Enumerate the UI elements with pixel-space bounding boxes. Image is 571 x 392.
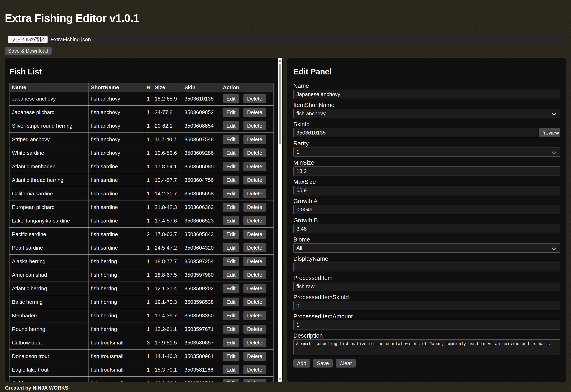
fish-size-cell: 12.2-61.1 xyxy=(152,322,182,336)
edit-button[interactable]: Edit xyxy=(223,365,239,374)
edit-button[interactable]: Edit xyxy=(223,135,239,144)
processeditemskinid-input[interactable] xyxy=(293,301,560,310)
delete-button[interactable]: Delete xyxy=(243,148,266,157)
fish-table-row: White sardine fish.anchovy 1 10.6-53.6 3… xyxy=(10,146,273,160)
edit-button[interactable]: Edit xyxy=(223,203,239,212)
delete-button[interactable]: Delete xyxy=(243,338,266,347)
add-button[interactable]: Add xyxy=(293,359,310,367)
fish-name-cell: Menhaden xyxy=(10,309,88,322)
delete-button[interactable]: Delete xyxy=(243,108,266,117)
edit-button[interactable]: Edit xyxy=(223,379,239,382)
edit-button[interactable]: Edit xyxy=(223,189,239,198)
edit-button[interactable]: Edit xyxy=(223,270,239,279)
biome-select[interactable]: All xyxy=(293,243,560,253)
delete-button[interactable]: Delete xyxy=(243,216,266,225)
minsize-input[interactable] xyxy=(293,166,560,176)
edit-button[interactable]: Edit xyxy=(223,175,239,185)
edit-button[interactable]: Edit xyxy=(223,121,239,130)
edit-button[interactable]: Edit xyxy=(223,338,239,347)
fish-rarity-cell: 1 xyxy=(144,295,152,309)
edit-button[interactable]: Edit xyxy=(223,257,239,266)
edit-button[interactable]: Edit xyxy=(223,325,239,334)
fish-skin-cell: 3503606085 xyxy=(182,160,220,173)
edit-button[interactable]: Edit xyxy=(223,108,239,117)
fish-size-cell: 10.4-57.7 xyxy=(152,173,182,187)
fish-action-cell: Edit Delete xyxy=(220,282,273,295)
save-download-button[interactable]: Save & Download xyxy=(5,47,52,55)
delete-button[interactable]: Delete xyxy=(243,135,266,144)
fish-size-cell: 17.4-39.7 xyxy=(152,309,182,322)
fish-table-row: Atlantic thread herring fish.sardine 1 1… xyxy=(10,173,273,187)
edit-button[interactable]: Edit xyxy=(223,94,239,103)
fish-list-scrollbar[interactable] xyxy=(278,58,282,382)
delete-button[interactable]: Delete xyxy=(243,379,266,382)
growthb-input[interactable] xyxy=(293,224,560,233)
fish-list-panel: Fish List Name ShortName R Size Skin Act… xyxy=(5,58,283,382)
delete-button[interactable]: Delete xyxy=(243,325,266,334)
edit-button[interactable]: Edit xyxy=(223,162,239,171)
rarity-label: Rarity xyxy=(293,140,560,146)
description-textarea[interactable]: A small schooling fish native to the coa… xyxy=(293,339,560,355)
delete-button[interactable]: Delete xyxy=(243,94,266,103)
scrollbar-thumb[interactable] xyxy=(279,63,281,144)
edit-button[interactable]: Edit xyxy=(223,243,239,252)
preview-button[interactable]: Preview xyxy=(539,128,560,137)
fish-action-cell: Edit Delete xyxy=(220,119,273,133)
delete-button[interactable]: Delete xyxy=(243,189,266,198)
delete-button[interactable]: Delete xyxy=(243,257,266,266)
scroll-down-icon[interactable] xyxy=(278,378,282,380)
edit-button[interactable]: Edit xyxy=(223,298,239,306)
delete-button[interactable]: Delete xyxy=(243,311,266,320)
growtha-input[interactable] xyxy=(293,205,560,214)
delete-button[interactable]: Delete xyxy=(243,121,266,130)
fish-size-cell: 14.2-30.7 xyxy=(152,187,182,201)
processeditem-input[interactable] xyxy=(293,282,560,291)
fish-skin-cell: 3503608854 xyxy=(182,119,220,133)
save-button[interactable]: Save xyxy=(313,359,332,367)
delete-button[interactable]: Delete xyxy=(243,162,266,171)
delete-button[interactable]: Delete xyxy=(243,284,266,293)
fish-table-row: Cutbow trout fish.troutsmall 3 17.9-51.5… xyxy=(10,336,273,349)
choose-file-button[interactable]: ファイルの選択 xyxy=(8,36,48,43)
delete-button[interactable]: Delete xyxy=(243,175,266,185)
column-header-name: Name xyxy=(10,83,88,92)
delete-button[interactable]: Delete xyxy=(243,365,266,374)
column-header-size: Size xyxy=(152,83,182,92)
edit-button[interactable]: Edit xyxy=(223,311,239,320)
name-input[interactable] xyxy=(293,90,560,99)
fish-rarity-cell: 3 xyxy=(144,336,152,349)
itemshortname-label: ItemShortName xyxy=(293,102,560,108)
skinid-input[interactable] xyxy=(293,128,537,137)
fish-skin-cell: 3503609286 xyxy=(182,146,220,160)
fish-skin-cell: 3503597980 xyxy=(182,268,220,282)
fish-size-cell: 18.8-77.7 xyxy=(152,255,182,268)
itemshortname-select[interactable]: fish.anchovy xyxy=(293,109,560,118)
delete-button[interactable]: Delete xyxy=(243,270,266,279)
edit-button[interactable]: Edit xyxy=(223,230,239,239)
fish-size-cell: 18.2-65.9 xyxy=(152,92,182,106)
maxsize-input[interactable] xyxy=(293,186,560,195)
processeditemamount-input[interactable] xyxy=(293,320,560,330)
fish-size-cell: 11.7-40.7 xyxy=(152,133,182,146)
delete-button[interactable]: Delete xyxy=(243,230,266,239)
edit-button[interactable]: Edit xyxy=(223,216,239,225)
edit-button[interactable]: Edit xyxy=(223,352,239,361)
clear-button[interactable]: Clear xyxy=(336,359,356,367)
delete-button[interactable]: Delete xyxy=(243,352,266,361)
displayname-input[interactable] xyxy=(293,262,560,272)
delete-button[interactable]: Delete xyxy=(243,203,266,212)
edit-button[interactable]: Edit xyxy=(223,148,239,157)
fish-table-row: Round herring fish.herring 1 12.2-61.1 3… xyxy=(10,322,273,336)
fish-shortname-cell: fish.anchovy xyxy=(88,133,144,146)
delete-button[interactable]: Delete xyxy=(243,243,266,252)
scroll-up-icon[interactable] xyxy=(278,59,282,62)
fish-rarity-cell: 1 xyxy=(144,160,152,173)
edit-button[interactable]: Edit xyxy=(223,284,239,293)
fish-size-cell: 24-77.8 xyxy=(152,106,182,119)
rarity-select[interactable]: 1 xyxy=(293,147,560,157)
fish-name-cell: Alaska herring xyxy=(10,255,88,268)
delete-button[interactable]: Delete xyxy=(243,298,266,306)
fish-table-row: European pilchard fish.sardine 1 21.8-42… xyxy=(10,201,273,214)
fish-skin-cell: 3503581166 xyxy=(182,363,220,377)
processeditemamount-label: ProcessedItemAmount xyxy=(293,313,560,319)
